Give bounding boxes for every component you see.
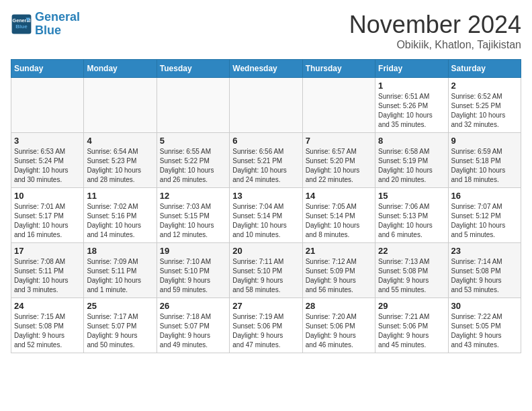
weekday-header-monday: Monday [84, 60, 157, 78]
calendar-cell: 17Sunrise: 7:08 AM Sunset: 5:11 PM Dayli… [11, 243, 84, 298]
calendar-cell: 25Sunrise: 7:17 AM Sunset: 5:07 PM Dayli… [84, 298, 157, 353]
day-number: 22 [378, 246, 445, 256]
day-number: 9 [451, 136, 518, 146]
weekday-header-thursday: Thursday [302, 60, 375, 78]
calendar-cell: 19Sunrise: 7:10 AM Sunset: 5:10 PM Dayli… [157, 243, 229, 298]
day-number: 19 [160, 246, 226, 256]
day-info: Sunrise: 7:02 AM Sunset: 5:16 PM Dayligh… [87, 202, 153, 240]
calendar-cell: 24Sunrise: 7:15 AM Sunset: 5:08 PM Dayli… [11, 298, 84, 353]
day-number: 26 [160, 301, 226, 311]
day-number: 14 [306, 191, 372, 201]
logo-text: General Blue [35, 11, 80, 38]
calendar-cell: 7Sunrise: 6:57 AM Sunset: 5:20 PM Daylig… [302, 133, 375, 188]
calendar-cell: 3Sunrise: 6:53 AM Sunset: 5:24 PM Daylig… [11, 133, 84, 188]
day-number: 27 [232, 301, 299, 311]
day-info: Sunrise: 7:21 AM Sunset: 5:06 PM Dayligh… [378, 312, 445, 350]
calendar-week-4: 17Sunrise: 7:08 AM Sunset: 5:11 PM Dayli… [11, 243, 521, 298]
day-info: Sunrise: 7:12 AM Sunset: 5:09 PM Dayligh… [306, 257, 372, 295]
calendar-cell: 26Sunrise: 7:18 AM Sunset: 5:07 PM Dayli… [157, 298, 229, 353]
weekday-header-tuesday: Tuesday [157, 60, 229, 78]
day-number: 6 [232, 136, 299, 146]
calendar-cell: 29Sunrise: 7:21 AM Sunset: 5:06 PM Dayli… [375, 298, 448, 353]
day-info: Sunrise: 6:54 AM Sunset: 5:23 PM Dayligh… [87, 147, 153, 185]
day-number: 30 [451, 301, 518, 311]
day-info: Sunrise: 6:57 AM Sunset: 5:20 PM Dayligh… [306, 147, 372, 185]
day-number: 28 [306, 301, 372, 311]
day-number: 5 [160, 136, 226, 146]
calendar-cell: 28Sunrise: 7:20 AM Sunset: 5:06 PM Dayli… [302, 298, 375, 353]
day-info: Sunrise: 7:22 AM Sunset: 5:05 PM Dayligh… [451, 312, 518, 350]
calendar: SundayMondayTuesdayWednesdayThursdayFrid… [11, 59, 521, 353]
svg-text:Blue: Blue [15, 23, 28, 29]
calendar-cell [157, 78, 229, 133]
day-info: Sunrise: 7:10 AM Sunset: 5:10 PM Dayligh… [160, 257, 226, 295]
day-number: 25 [87, 301, 153, 311]
calendar-cell: 10Sunrise: 7:01 AM Sunset: 5:17 PM Dayli… [11, 188, 84, 243]
day-number: 20 [232, 246, 299, 256]
day-number: 10 [14, 191, 81, 201]
calendar-cell: 16Sunrise: 7:07 AM Sunset: 5:12 PM Dayli… [448, 188, 521, 243]
logo-icon: General Blue [11, 13, 32, 35]
day-info: Sunrise: 6:51 AM Sunset: 5:26 PM Dayligh… [378, 92, 445, 130]
calendar-cell [84, 78, 157, 133]
calendar-cell: 23Sunrise: 7:14 AM Sunset: 5:08 PM Dayli… [448, 243, 521, 298]
weekday-header-sunday: Sunday [11, 60, 84, 78]
day-number: 24 [14, 301, 81, 311]
day-info: Sunrise: 7:06 AM Sunset: 5:13 PM Dayligh… [378, 202, 445, 240]
calendar-cell: 2Sunrise: 6:52 AM Sunset: 5:25 PM Daylig… [448, 78, 521, 133]
day-info: Sunrise: 7:14 AM Sunset: 5:08 PM Dayligh… [451, 257, 518, 295]
weekday-header-row: SundayMondayTuesdayWednesdayThursdayFrid… [11, 60, 521, 78]
day-info: Sunrise: 7:04 AM Sunset: 5:14 PM Dayligh… [232, 202, 299, 240]
day-info: Sunrise: 7:05 AM Sunset: 5:14 PM Dayligh… [306, 202, 372, 240]
day-info: Sunrise: 7:08 AM Sunset: 5:11 PM Dayligh… [14, 257, 81, 295]
logo-line2: Blue [35, 24, 61, 37]
day-number: 2 [451, 81, 518, 91]
logo-line1: General [35, 10, 80, 24]
day-number: 1 [378, 81, 445, 91]
day-number: 17 [14, 246, 81, 256]
calendar-week-2: 3Sunrise: 6:53 AM Sunset: 5:24 PM Daylig… [11, 133, 521, 188]
day-number: 16 [451, 191, 518, 201]
month-title: November 2024 [349, 11, 521, 39]
day-number: 15 [378, 191, 445, 201]
header: General Blue General Blue November 2024 … [11, 11, 521, 51]
calendar-cell: 12Sunrise: 7:03 AM Sunset: 5:15 PM Dayli… [157, 188, 229, 243]
day-number: 12 [160, 191, 226, 201]
day-info: Sunrise: 7:09 AM Sunset: 5:11 PM Dayligh… [87, 257, 153, 295]
calendar-cell: 6Sunrise: 6:56 AM Sunset: 5:21 PM Daylig… [230, 133, 302, 188]
calendar-cell: 30Sunrise: 7:22 AM Sunset: 5:05 PM Dayli… [448, 298, 521, 353]
calendar-cell [230, 78, 302, 133]
day-info: Sunrise: 7:20 AM Sunset: 5:06 PM Dayligh… [306, 312, 372, 350]
calendar-cell: 27Sunrise: 7:19 AM Sunset: 5:06 PM Dayli… [230, 298, 302, 353]
day-number: 7 [306, 136, 372, 146]
calendar-cell: 11Sunrise: 7:02 AM Sunset: 5:16 PM Dayli… [84, 188, 157, 243]
weekday-header-saturday: Saturday [448, 60, 521, 78]
calendar-cell [11, 78, 84, 133]
calendar-cell: 13Sunrise: 7:04 AM Sunset: 5:14 PM Dayli… [230, 188, 302, 243]
day-number: 21 [306, 246, 372, 256]
day-number: 3 [14, 136, 81, 146]
title-area: November 2024 Obikiik, Khatlon, Tajikist… [349, 11, 521, 51]
calendar-week-3: 10Sunrise: 7:01 AM Sunset: 5:17 PM Dayli… [11, 188, 521, 243]
day-info: Sunrise: 7:01 AM Sunset: 5:17 PM Dayligh… [14, 202, 81, 240]
calendar-cell: 21Sunrise: 7:12 AM Sunset: 5:09 PM Dayli… [302, 243, 375, 298]
location-subtitle: Obikiik, Khatlon, Tajikistan [349, 39, 521, 51]
calendar-cell: 5Sunrise: 6:55 AM Sunset: 5:22 PM Daylig… [157, 133, 229, 188]
day-info: Sunrise: 7:03 AM Sunset: 5:15 PM Dayligh… [160, 202, 226, 240]
calendar-cell: 9Sunrise: 6:59 AM Sunset: 5:18 PM Daylig… [448, 133, 521, 188]
day-number: 29 [378, 301, 445, 311]
calendar-cell: 4Sunrise: 6:54 AM Sunset: 5:23 PM Daylig… [84, 133, 157, 188]
calendar-cell: 22Sunrise: 7:13 AM Sunset: 5:08 PM Dayli… [375, 243, 448, 298]
day-number: 23 [451, 246, 518, 256]
day-number: 8 [378, 136, 445, 146]
weekday-header-friday: Friday [375, 60, 448, 78]
day-info: Sunrise: 7:07 AM Sunset: 5:12 PM Dayligh… [451, 202, 518, 240]
day-info: Sunrise: 6:58 AM Sunset: 5:19 PM Dayligh… [378, 147, 445, 185]
day-info: Sunrise: 6:55 AM Sunset: 5:22 PM Dayligh… [160, 147, 226, 185]
day-info: Sunrise: 7:19 AM Sunset: 5:06 PM Dayligh… [232, 312, 299, 350]
calendar-cell: 20Sunrise: 7:11 AM Sunset: 5:10 PM Dayli… [230, 243, 302, 298]
day-number: 13 [232, 191, 299, 201]
day-number: 11 [87, 191, 153, 201]
day-info: Sunrise: 7:17 AM Sunset: 5:07 PM Dayligh… [87, 312, 153, 350]
day-info: Sunrise: 6:56 AM Sunset: 5:21 PM Dayligh… [232, 147, 299, 185]
